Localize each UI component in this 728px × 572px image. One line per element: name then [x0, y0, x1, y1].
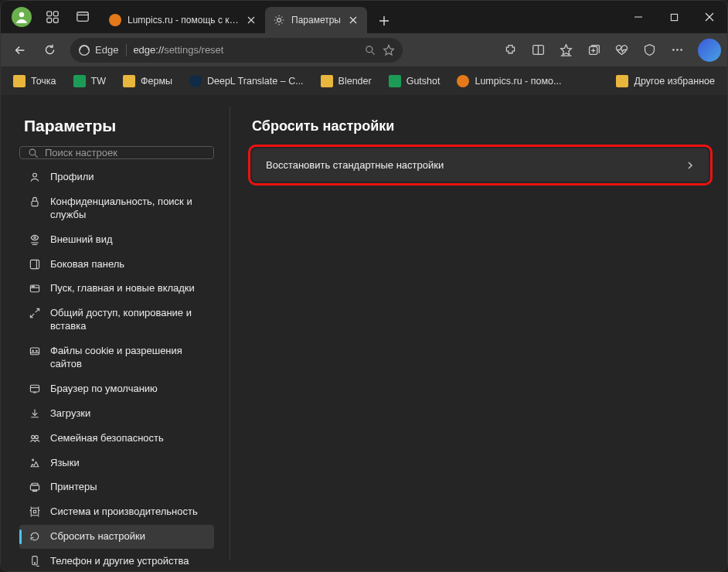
maximize-button[interactable]: [656, 1, 692, 33]
section-title: Сбросить настройки: [252, 111, 709, 148]
nav-item[interactable]: Принтеры: [19, 475, 214, 499]
nav-icon: [29, 506, 41, 518]
nav-item[interactable]: Сбросить настройки: [19, 525, 214, 549]
search-in-page-icon[interactable]: [364, 44, 376, 56]
svg-rect-52: [30, 385, 39, 392]
bookmark-item[interactable]: DeepL Translate – С...: [183, 72, 310, 90]
nav-icon: [29, 307, 41, 319]
window-controls: [621, 1, 727, 33]
svg-marker-22: [384, 45, 394, 54]
bookmark-item[interactable]: Фермы: [117, 72, 179, 90]
bookmark-item[interactable]: Blender: [315, 72, 378, 90]
performance-button[interactable]: [608, 37, 634, 63]
nav-item[interactable]: Боковая панель: [19, 253, 214, 277]
nav-label: Браузер по умолчанию: [50, 383, 206, 396]
search-icon: [28, 148, 39, 158]
nav-icon: [29, 555, 41, 567]
svg-point-32: [680, 49, 682, 51]
nav-label: Пуск, главная и новые вкладки: [50, 282, 206, 295]
favicon-icon: [109, 14, 121, 26]
svg-line-47: [30, 314, 34, 318]
close-tab-button[interactable]: [347, 14, 359, 26]
bookmark-item[interactable]: Gutshot: [383, 72, 447, 90]
svg-rect-2: [53, 12, 58, 16]
split-screen-button[interactable]: [525, 37, 551, 63]
svg-rect-59: [30, 485, 39, 490]
address-bar[interactable]: Edge edge://settings/reset: [70, 38, 403, 63]
folder-icon: [13, 75, 26, 87]
back-button[interactable]: [7, 37, 33, 63]
refresh-icon: [43, 43, 56, 56]
favorite-star-icon[interactable]: [383, 44, 395, 56]
svg-point-57: [35, 435, 38, 438]
extensions-button[interactable]: [497, 37, 523, 63]
svg-line-34: [35, 155, 38, 158]
tab-actions-button[interactable]: [69, 4, 97, 30]
lumpics-icon: [457, 75, 469, 87]
bookmark-item[interactable]: Точка: [7, 72, 63, 90]
bookmark-item[interactable]: Lumpics.ru - помо...: [451, 72, 567, 90]
folder-icon: [321, 75, 333, 87]
close-icon: [247, 16, 255, 24]
minimize-icon: [634, 12, 643, 22]
refresh-button[interactable]: [36, 37, 63, 63]
svg-rect-5: [77, 12, 88, 22]
browser-essentials-button[interactable]: [636, 37, 662, 63]
svg-line-46: [36, 309, 39, 313]
nav-item[interactable]: Общий доступ, копирование и вставка: [19, 301, 214, 339]
nav-label: Телефон и другие устройства: [50, 555, 206, 568]
settings-search[interactable]: Поиск настроек: [19, 146, 214, 159]
favorites-button[interactable]: [553, 37, 579, 63]
close-icon: [349, 16, 357, 24]
collections-button[interactable]: [580, 37, 607, 63]
nav-label: Сбросить настройки: [50, 530, 206, 543]
avatar-icon: [14, 9, 29, 25]
nav-item[interactable]: Конфиденциальность, поиск и службы: [19, 190, 214, 227]
restore-defaults-row[interactable]: Восстановить стандартные настройки: [252, 148, 709, 182]
nav-item[interactable]: Семейная безопасность: [19, 427, 214, 451]
new-tab-button[interactable]: [372, 9, 396, 33]
nav-icon: [29, 407, 41, 420]
more-button[interactable]: [664, 37, 690, 63]
nav-icon: [29, 481, 41, 493]
heartbeat-icon: [615, 43, 628, 56]
titlebar: Lumpics.ru - помощь с компьюте Параметры: [1, 1, 727, 33]
folder-icon: [123, 75, 135, 87]
svg-point-50: [36, 350, 38, 352]
nav-icon: [29, 383, 41, 395]
nav-item[interactable]: Языки: [19, 451, 214, 475]
nav-item[interactable]: Телефон и другие устройства: [19, 550, 214, 571]
svg-rect-48: [30, 348, 39, 355]
workspaces-icon: [46, 10, 60, 24]
toolbar-right: [497, 37, 721, 63]
nav-label: Система и производительность: [50, 506, 206, 519]
close-tab-button[interactable]: [245, 14, 257, 26]
svg-point-71: [34, 563, 35, 563]
other-bookmarks[interactable]: Другое избранное: [610, 72, 721, 90]
workspaces-button[interactable]: [39, 4, 66, 30]
nav-item[interactable]: Пуск, главная и новые вкладки: [19, 277, 214, 301]
profile-avatar[interactable]: [12, 7, 32, 27]
bookmark-item[interactable]: TW: [67, 72, 112, 90]
nav-icon: [29, 432, 41, 444]
svg-rect-60: [32, 484, 38, 485]
nav-item[interactable]: Профили: [19, 165, 214, 189]
nav-item[interactable]: Браузер по умолчанию: [19, 377, 214, 401]
nav-item[interactable]: Файлы cookie и разрешения сайтов: [19, 339, 214, 376]
nav-item[interactable]: Загрузки: [19, 402, 214, 426]
nav-icon: [29, 345, 41, 357]
svg-line-21: [372, 52, 374, 54]
svg-rect-61: [33, 490, 37, 492]
minimize-button[interactable]: [621, 1, 656, 33]
tab-settings[interactable]: Параметры: [265, 7, 367, 33]
tab-lumpics[interactable]: Lumpics.ru - помощь с компьюте: [101, 7, 265, 33]
nav-item[interactable]: Внешний вид: [19, 228, 214, 252]
nav-item[interactable]: Система и производительность: [19, 500, 214, 524]
nav-icon: [29, 196, 41, 208]
site-identity[interactable]: Edge: [78, 44, 127, 56]
settings-sidebar: Параметры Поиск настроек ПрофилиКонфиден…: [19, 106, 214, 560]
arrow-left-icon: [13, 43, 27, 57]
close-window-button[interactable]: [692, 1, 727, 33]
svg-point-0: [19, 12, 24, 17]
copilot-button[interactable]: [698, 39, 721, 62]
